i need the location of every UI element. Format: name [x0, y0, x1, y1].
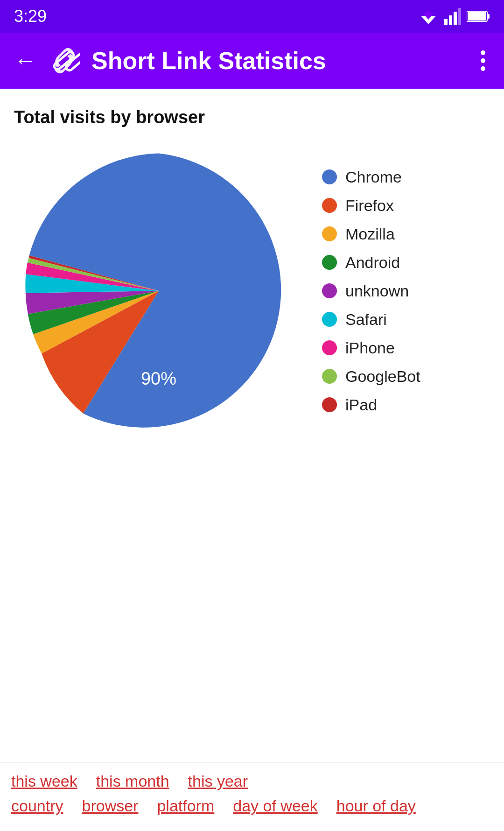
legend-item-safari: Safari — [322, 310, 420, 329]
chart-legend: Chrome Firefox Mozilla Android unknown S… — [322, 168, 420, 414]
svg-rect-8 — [487, 14, 490, 19]
back-button[interactable]: ← — [14, 49, 36, 72]
svg-rect-6 — [458, 8, 461, 25]
filter-this-week[interactable]: this week — [11, 772, 77, 790]
link-icon — [48, 44, 80, 77]
filter-this-year[interactable]: this year — [188, 772, 248, 790]
legend-label-ipad: iPad — [345, 396, 377, 414]
chart-area: 90% Chrome Firefox Mozilla Android u — [14, 146, 490, 436]
legend-item-ipad: iPad — [322, 396, 420, 414]
legend-label-firefox: Firefox — [345, 197, 394, 215]
signal-icon — [444, 8, 461, 25]
legend-item-firefox: Firefox — [322, 197, 420, 215]
overflow-menu-button[interactable] — [476, 46, 490, 76]
svg-rect-9 — [468, 12, 486, 21]
legend-item-chrome: Chrome — [322, 168, 420, 186]
legend-dot-ipad — [322, 397, 337, 412]
time-filter-row: this week this month this year — [11, 772, 493, 790]
legend-item-googlebot: GoogleBot — [322, 367, 420, 386]
bottom-nav: this week this month this year country b… — [0, 762, 504, 831]
legend-label-mozilla: Mozilla — [345, 225, 395, 243]
battery-icon — [467, 10, 490, 22]
legend-label-unknown: unknown — [345, 282, 409, 300]
legend-item-unknown: unknown — [322, 282, 420, 300]
app-bar: ← Short Link Statistics — [0, 33, 504, 89]
legend-dot-iphone — [322, 340, 337, 355]
legend-dot-unknown — [322, 283, 337, 298]
filter-day-of-week[interactable]: day of week — [233, 797, 317, 815]
legend-item-mozilla: Mozilla — [322, 225, 420, 243]
main-content: Total visits by browser — [0, 89, 504, 436]
legend-label-chrome: Chrome — [345, 168, 402, 186]
svg-rect-3 — [444, 19, 448, 25]
filter-country[interactable]: country — [11, 797, 63, 815]
filter-hour-of-day[interactable]: hour of day — [336, 797, 416, 815]
filter-browser[interactable]: browser — [82, 797, 139, 815]
legend-label-android: Android — [345, 254, 400, 272]
section-title: Total visits by browser — [14, 107, 490, 127]
pie-chart: 90% — [14, 146, 303, 436]
legend-label-safari: Safari — [345, 310, 387, 329]
app-bar-title: Short Link Statistics — [91, 47, 465, 75]
filter-platform[interactable]: platform — [157, 797, 214, 815]
filter-this-month[interactable]: this month — [96, 772, 169, 790]
svg-rect-4 — [449, 15, 452, 25]
legend-label-iphone: iPhone — [345, 339, 395, 357]
legend-dot-mozilla — [322, 226, 337, 241]
legend-dot-android — [322, 255, 337, 270]
legend-item-iphone: iPhone — [322, 339, 420, 357]
legend-dot-chrome — [322, 169, 337, 184]
legend-dot-firefox — [322, 198, 337, 213]
legend-dot-safari — [322, 312, 337, 327]
legend-dot-googlebot — [322, 369, 337, 384]
legend-item-android: Android — [322, 254, 420, 272]
status-icons — [418, 8, 490, 25]
svg-rect-5 — [454, 12, 457, 25]
wifi-icon — [418, 8, 439, 24]
status-bar: 3:29 — [0, 0, 504, 33]
legend-label-googlebot: GoogleBot — [345, 367, 420, 386]
status-time: 3:29 — [14, 7, 47, 26]
category-filter-row: country browser platform day of week hou… — [11, 797, 493, 815]
